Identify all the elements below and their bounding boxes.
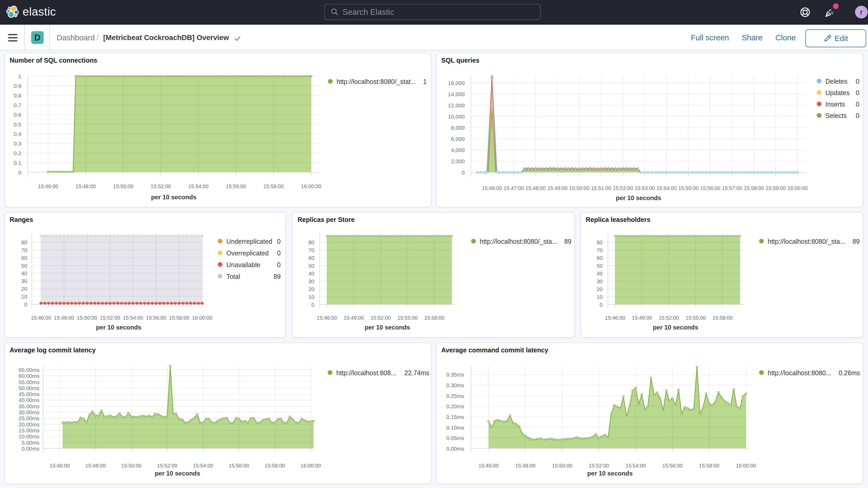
svg-text:15:52:00: 15:52:00 — [100, 315, 120, 321]
svg-text:0: 0 — [18, 170, 21, 175]
svg-text:15:56:00: 15:56:00 — [662, 463, 683, 468]
svg-text:Selects: Selects — [826, 112, 847, 119]
svg-text:89: 89 — [564, 238, 571, 245]
svg-text:0.00ms: 0.00ms — [22, 446, 39, 452]
svg-text:6,000: 6,000 — [451, 136, 465, 142]
svg-text:2,000: 2,000 — [451, 158, 465, 164]
svg-text:15:46:00: 15:46:00 — [478, 463, 499, 468]
svg-text:60: 60 — [597, 255, 603, 261]
svg-text:15:50:00: 15:50:00 — [569, 185, 589, 191]
svg-text:15:48:00: 15:48:00 — [86, 463, 106, 468]
svg-text:50: 50 — [21, 263, 27, 269]
svg-text:40.00ms: 40.00ms — [19, 397, 39, 403]
svg-text:per 10 seconds: per 10 seconds — [151, 193, 196, 201]
svg-text:30: 30 — [597, 278, 603, 284]
svg-text:15:47:00: 15:47:00 — [504, 185, 524, 191]
svg-text:per 10 seconds: per 10 seconds — [155, 470, 200, 477]
svg-text:80: 80 — [597, 239, 603, 245]
svg-text:15:58:00: 15:58:00 — [699, 463, 719, 468]
svg-text:35.00ms: 35.00ms — [19, 403, 39, 409]
svg-text:15:54:00: 15:54:00 — [193, 463, 213, 468]
svg-text:15:58:00: 15:58:00 — [744, 185, 764, 191]
svg-text:Total: Total — [226, 273, 240, 280]
svg-text:20: 20 — [597, 286, 603, 292]
svg-text:0.9: 0.9 — [14, 83, 21, 89]
svg-text:22.74ms: 22.74ms — [404, 369, 429, 376]
svg-text:10: 10 — [597, 294, 603, 300]
svg-text:30.00ms: 30.00ms — [19, 409, 39, 415]
svg-text:15:50:00: 15:50:00 — [113, 183, 133, 189]
svg-text:15:54:00: 15:54:00 — [656, 185, 677, 191]
svg-text:per 10 seconds: per 10 seconds — [587, 470, 633, 477]
svg-text:15:46:00: 15:46:00 — [482, 185, 502, 191]
svg-text:55.00ms: 55.00ms — [19, 379, 39, 385]
svg-text:15:50:00: 15:50:00 — [121, 463, 142, 468]
svg-text:15:50:00: 15:50:00 — [77, 315, 97, 321]
svg-text:0: 0 — [462, 170, 465, 176]
svg-text:15:58:00: 15:58:00 — [712, 315, 733, 321]
svg-text:0.2: 0.2 — [14, 150, 21, 156]
svg-text:0.7: 0.7 — [14, 102, 21, 108]
svg-text:0.15ms: 0.15ms — [446, 414, 464, 420]
svg-text:16:00:00: 16:00:00 — [787, 185, 808, 191]
svg-text:15:58:00: 15:58:00 — [424, 315, 444, 321]
svg-text:15:48:00: 15:48:00 — [515, 463, 536, 468]
svg-text:0: 0 — [277, 238, 281, 245]
svg-text:0: 0 — [24, 301, 27, 307]
svg-text:15:46:00: 15:46:00 — [31, 315, 51, 321]
svg-text:30: 30 — [21, 278, 27, 284]
svg-text:60: 60 — [21, 255, 27, 261]
svg-text:50.00ms: 50.00ms — [19, 385, 39, 391]
svg-text:30: 30 — [308, 278, 314, 284]
svg-text:0.30ms: 0.30ms — [446, 382, 464, 388]
svg-text:0.05ms: 0.05ms — [446, 435, 464, 441]
svg-text:per 10 seconds: per 10 seconds — [616, 194, 661, 202]
svg-text:15:46:00: 15:46:00 — [50, 463, 70, 468]
svg-text:0.4: 0.4 — [14, 131, 22, 137]
svg-text:70: 70 — [308, 247, 314, 253]
svg-text:0: 0 — [856, 112, 860, 119]
svg-text:http://localhost:8080/_sta...: http://localhost:8080/_sta... — [480, 238, 557, 245]
svg-text:20: 20 — [21, 286, 27, 292]
svg-text:15:48:00: 15:48:00 — [525, 185, 546, 191]
svg-text:10: 10 — [21, 294, 27, 300]
svg-text:4,000: 4,000 — [451, 147, 465, 153]
svg-text:14,000: 14,000 — [448, 91, 465, 97]
svg-text:Updates: Updates — [826, 89, 849, 96]
svg-text:15:57:00: 15:57:00 — [722, 185, 742, 191]
svg-text:15:48:00: 15:48:00 — [54, 315, 74, 321]
svg-text:0: 0 — [856, 89, 860, 96]
svg-text:5.00ms: 5.00ms — [22, 440, 39, 446]
svg-text:Deletes: Deletes — [826, 78, 847, 85]
svg-text:per 10 seconds: per 10 seconds — [96, 324, 142, 331]
svg-text:Inserts: Inserts — [826, 100, 845, 108]
svg-text:1: 1 — [18, 73, 21, 79]
svg-text:Overreplicated: Overreplicated — [226, 249, 269, 257]
svg-text:0: 0 — [599, 302, 603, 308]
svg-text:15:52:00: 15:52:00 — [589, 463, 609, 468]
svg-text:20.00ms: 20.00ms — [19, 422, 39, 427]
svg-text:16:00:00: 16:00:00 — [736, 463, 756, 468]
svg-text:15:52:00: 15:52:00 — [157, 463, 178, 468]
svg-text:80: 80 — [308, 239, 314, 245]
svg-text:40: 40 — [21, 270, 27, 276]
svg-text:16:00:00: 16:00:00 — [301, 183, 321, 189]
svg-text:http://localhost:8080/_sta...: http://localhost:8080/_sta... — [768, 238, 845, 245]
svg-text:0: 0 — [856, 78, 860, 85]
svg-text:0.8: 0.8 — [14, 92, 21, 98]
svg-text:15:54:00: 15:54:00 — [625, 463, 646, 468]
svg-text:10: 10 — [308, 294, 314, 300]
svg-text:89: 89 — [273, 273, 281, 280]
svg-text:15:58:00: 15:58:00 — [169, 315, 189, 321]
svg-text:0: 0 — [856, 100, 860, 108]
svg-text:1: 1 — [423, 78, 427, 85]
svg-text:15:55:00: 15:55:00 — [397, 315, 417, 321]
svg-text:15:56:00: 15:56:00 — [146, 315, 166, 321]
svg-text:15:46:00: 15:46:00 — [317, 315, 337, 321]
svg-text:15:49:00: 15:49:00 — [632, 315, 652, 321]
svg-text:15:49:00: 15:49:00 — [547, 185, 567, 191]
svg-text:60.00ms: 60.00ms — [19, 373, 39, 379]
svg-text:70: 70 — [597, 247, 603, 253]
svg-text:10.00ms: 10.00ms — [19, 433, 39, 439]
svg-text:0.5: 0.5 — [14, 121, 21, 127]
